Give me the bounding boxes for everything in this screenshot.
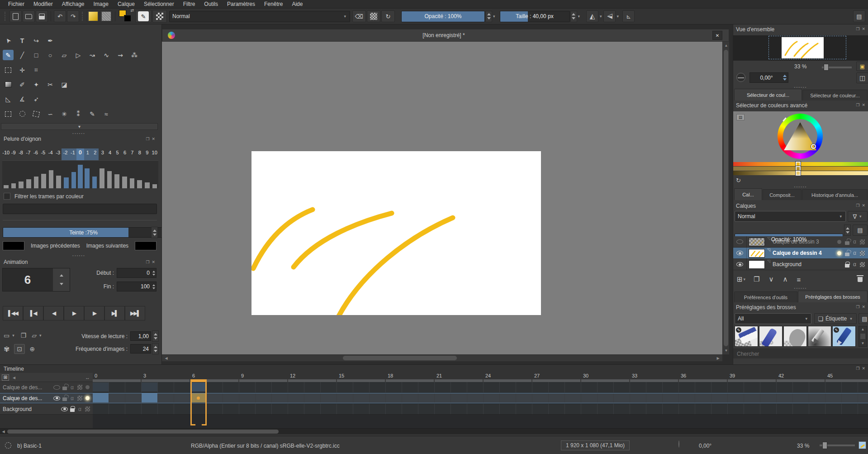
float-docker-icon[interactable]: ❐ — [856, 103, 859, 107]
tool-polygon-select[interactable] — [31, 109, 42, 119]
menu-item[interactable]: Fichier — [4, 1, 29, 7]
overview-thumbnail[interactable] — [733, 35, 868, 61]
tool-polygon[interactable]: ▱ — [59, 50, 70, 60]
inherit-alpha-icon[interactable] — [859, 251, 866, 256]
onion-offset-toggle[interactable]: 10 — [151, 148, 158, 160]
playback-speed-spinbox[interactable]: 1,00 — [130, 331, 151, 341]
layer-visibility-toggle[interactable] — [733, 259, 747, 270]
next-keyframe-button[interactable]: ▶▌ — [104, 306, 125, 320]
previous-keyframe-button[interactable]: ▌◀ — [23, 306, 43, 320]
spin-down-icon[interactable] — [783, 78, 787, 81]
auto-frame-mode-button[interactable]: ⊡ — [14, 344, 25, 354]
timeline-frame-number[interactable]: 30 — [583, 373, 588, 378]
layer-lock-icon[interactable] — [843, 239, 851, 245]
onion-offset-toggle[interactable]: 8 — [136, 148, 143, 160]
spin-down-icon[interactable] — [572, 17, 575, 19]
horizontal-scrollbar[interactable]: ◀ ▶ — [162, 354, 722, 361]
current-frame-spinbox[interactable]: 6 — [2, 268, 70, 292]
chevron-down-icon[interactable]: ▾ — [600, 14, 602, 19]
tool-freehand-path[interactable]: ∿ — [101, 50, 112, 60]
menu-item[interactable]: Filtre — [179, 1, 200, 7]
color-filter-field[interactable] — [3, 204, 157, 214]
tool-freehand-brush[interactable]: ✎ — [3, 50, 14, 60]
layer-visibility-toggle[interactable] — [733, 248, 747, 258]
onion-opacity-bar[interactable] — [71, 172, 76, 188]
timeline-frame-number[interactable]: 15 — [339, 373, 344, 378]
onion-opacity-bar[interactable] — [64, 177, 69, 188]
tab-color-selector-1[interactable]: Sélecteur de coul... — [734, 89, 802, 100]
onion-opacity-bar[interactable] — [114, 174, 119, 188]
chevron-down-icon[interactable]: ▾ — [578, 14, 580, 19]
show-dockers-button[interactable]: ▤ — [853, 10, 865, 22]
onion-offset-toggle[interactable]: 4 — [106, 148, 114, 160]
onion-offset-toggle[interactable]: -4 — [47, 148, 54, 160]
toolbar-drag-handle[interactable] — [82, 12, 84, 21]
inherit-alpha-bulb-icon[interactable] — [835, 251, 843, 255]
tool-clone[interactable]: ✂ — [45, 79, 56, 90]
open-document-button[interactable] — [23, 10, 35, 22]
onion-opacity-bar[interactable] — [122, 177, 127, 188]
hue-bar[interactable] — [733, 162, 868, 166]
onion-offset-toggle[interactable]: -7 — [24, 148, 32, 160]
speed-spinner[interactable] — [152, 330, 159, 342]
save-button[interactable] — [36, 10, 48, 22]
document-tab[interactable]: [Non enregistré] * ✕ — [162, 29, 729, 42]
layer-blending-combo[interactable]: Normal▾ — [735, 211, 846, 222]
tool-color-sampler[interactable]: ✐ — [17, 79, 28, 90]
onion-offset-toggle[interactable]: 2 — [91, 148, 99, 160]
chevron-down-icon[interactable]: ▾ — [39, 333, 42, 338]
scroll-right-icon[interactable]: ▶ — [715, 355, 721, 362]
chevron-down-icon[interactable]: ▾ — [617, 14, 619, 19]
onion-opacity-bar[interactable] — [100, 168, 104, 188]
visibility-toggle[interactable] — [61, 407, 68, 411]
menu-item[interactable]: Outils — [199, 1, 223, 7]
start-frame-spinbox[interactable]: 0 — [117, 268, 157, 278]
onion-opacity-bar[interactable] — [107, 171, 112, 188]
value-bar[interactable] — [733, 171, 868, 175]
timeline-frame-number[interactable]: 9 — [241, 373, 244, 378]
spin-down-icon[interactable] — [60, 283, 63, 285]
spin-down-icon[interactable] — [154, 337, 157, 339]
frame-rate-spinbox[interactable]: 24 — [130, 344, 151, 354]
scroll-down-icon[interactable]: ▼ — [861, 341, 865, 345]
tool-measure[interactable]: ∡ — [17, 94, 28, 104]
brush-preset-ink-pen[interactable] — [808, 326, 831, 347]
onion-offset-toggle[interactable]: -2 — [62, 148, 69, 160]
previous-frames-color-swatch[interactable] — [3, 241, 24, 250]
toolbar-drag-handle[interactable] — [5, 12, 7, 21]
pattern-swatch-button[interactable] — [100, 10, 112, 22]
opacity-spinner[interactable] — [485, 11, 492, 22]
tool-bezier-curve[interactable]: ↝ — [87, 50, 98, 60]
inherit-alpha-icon[interactable] — [859, 262, 866, 267]
trim-to-image-button[interactable]: ⊾ — [622, 10, 635, 22]
alpha-lock-icon[interactable]: α — [851, 250, 859, 256]
canvas-viewport[interactable] — [162, 42, 722, 354]
alpha-lock-icon[interactable]: α — [851, 261, 859, 268]
splitter-handle[interactable]: •••••• — [0, 253, 158, 258]
keyframe[interactable] — [190, 382, 206, 392]
inherit-alpha-toggle[interactable] — [76, 385, 84, 390]
move-layer-down-button[interactable]: ∨ — [769, 275, 774, 283]
lock-toggle[interactable] — [61, 395, 68, 401]
close-docker-icon[interactable]: ✕ — [862, 366, 865, 371]
layer-row[interactable]: ◹ Background α — [733, 259, 868, 270]
timeline-frame-number[interactable]: 24 — [485, 373, 491, 378]
layer-lock-icon[interactable] — [843, 262, 851, 268]
onion-opacity-bar[interactable] — [34, 177, 39, 188]
onion-opacity-bar[interactable] — [85, 168, 90, 188]
previous-frame-button[interactable]: ◀ — [43, 306, 64, 320]
float-docker-icon[interactable]: ❐ — [856, 27, 859, 31]
onion-opacity-bar[interactable] — [92, 177, 97, 188]
onion-opacity-bar[interactable] — [11, 183, 16, 188]
spin-up-icon[interactable] — [487, 13, 491, 15]
close-docker-icon[interactable]: ✕ — [862, 103, 865, 107]
onion-offset-toggle[interactable]: -8 — [17, 148, 24, 160]
tab-undo-history[interactable]: Historique d'annula... — [802, 189, 868, 200]
float-docker-icon[interactable]: ❐ — [146, 260, 149, 264]
menu-item[interactable]: Image — [89, 1, 113, 7]
timeline-layer-row-selected[interactable]: Calque de des... α — [0, 393, 93, 404]
tint-slider[interactable]: Teinte :75% — [3, 227, 164, 238]
remove-frame-button[interactable]: ▱ — [32, 332, 37, 339]
tab-color-selector-2[interactable]: Sélecteur de couleur... — [802, 90, 868, 100]
timeline-frames-row[interactable] — [93, 382, 868, 393]
